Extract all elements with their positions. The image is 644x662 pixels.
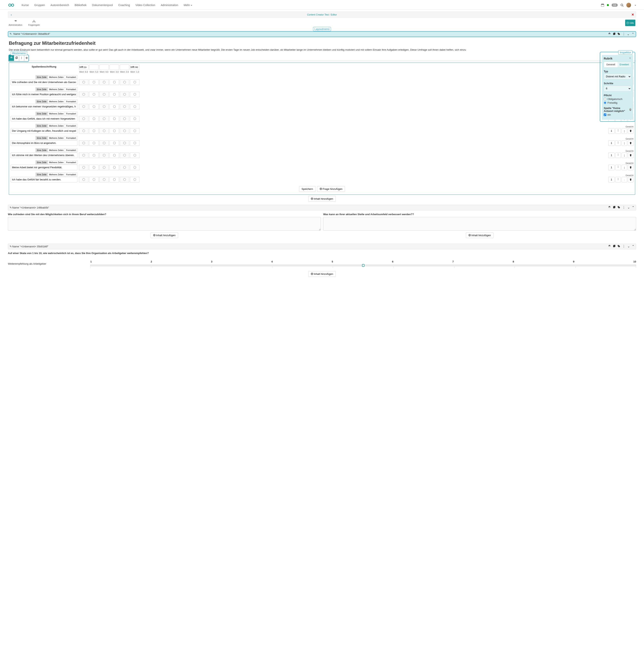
nav-item-gruppen[interactable]: Gruppen <box>31 2 48 9</box>
matrix-radio[interactable] <box>123 130 126 132</box>
mode-multi-line-button[interactable]: Mehrere Zeilen <box>48 75 65 79</box>
matrix-radio[interactable] <box>83 93 85 96</box>
matrix-radio[interactable] <box>83 166 85 169</box>
mode-formatted-button[interactable]: Formatiert <box>65 87 77 91</box>
calendar-icon[interactable] <box>601 3 604 7</box>
matrix-radio[interactable] <box>93 117 95 120</box>
matrix-radio[interactable] <box>134 130 136 132</box>
kebab-icon[interactable]: ⋮ <box>622 245 625 248</box>
matrix-radio[interactable] <box>123 154 126 157</box>
matrix-radio[interactable] <box>83 142 85 144</box>
nav-item-video collection[interactable]: Video Collection <box>133 2 158 9</box>
nav-item-coaching[interactable]: Coaching <box>116 2 133 9</box>
mode-multi-line-button[interactable]: Mehrere Zeilen <box>48 99 65 104</box>
matrix-radio[interactable] <box>134 81 136 84</box>
add-content-button-3[interactable]: Inhalt hinzufügen <box>308 271 336 277</box>
add-content-button-2a[interactable]: Inhalt hinzufügen <box>151 232 178 238</box>
row-text-input[interactable] <box>10 165 77 170</box>
matrix-radio[interactable] <box>134 105 136 108</box>
chevron-up-icon[interactable]: ⌃ <box>632 206 635 209</box>
delete-row-button[interactable] <box>628 140 634 146</box>
chevron-down-icon[interactable]: ⌄ <box>627 206 630 209</box>
matrix-radio[interactable] <box>93 105 95 108</box>
block-gear-button[interactable] <box>9 55 14 61</box>
mode-formatted-button[interactable]: Formatiert <box>65 112 77 116</box>
nav-item-administration[interactable]: Administration <box>158 2 181 9</box>
chevron-down-icon[interactable]: ⌄ <box>627 32 630 35</box>
add-question-button[interactable]: Frage hinzufügen <box>317 186 345 192</box>
matrix-radio[interactable] <box>103 178 106 181</box>
matrix-radio[interactable] <box>93 166 95 169</box>
help-icon[interactable]: ? <box>629 108 631 111</box>
slider-handle[interactable] <box>362 264 364 267</box>
matrix-radio[interactable] <box>103 93 106 96</box>
row-text-input[interactable] <box>10 177 77 182</box>
matrix-radio[interactable] <box>134 154 136 157</box>
slider-track[interactable] <box>90 265 636 266</box>
matrix-radio[interactable] <box>134 93 136 96</box>
copy-icon[interactable] <box>613 32 616 35</box>
chevron-up-icon[interactable]: ⌃ <box>631 32 635 35</box>
mode-one-line-button[interactable]: Eine Zeile <box>36 75 48 79</box>
matrix-radio[interactable] <box>103 105 106 108</box>
nav-item-bibliothek[interactable]: Bibliothek <box>72 2 89 9</box>
matrix-radio[interactable] <box>134 166 136 169</box>
row-text-input[interactable] <box>10 104 77 109</box>
matrix-radio[interactable] <box>113 93 116 96</box>
matrix-radio[interactable] <box>93 130 95 132</box>
weight-input[interactable] <box>608 140 615 146</box>
matrix-radio[interactable] <box>93 142 95 144</box>
weight-up-button[interactable]: ⌃⌃ <box>615 140 621 146</box>
pencil-icon[interactable] <box>9 32 12 35</box>
tab-advanced[interactable]: Erweitert <box>618 62 631 67</box>
tag-icon[interactable] <box>618 206 620 209</box>
mode-multi-line-button[interactable]: Mehrere Zeilen <box>48 148 65 152</box>
weight-up-button[interactable]: ⌃⌃ <box>615 128 621 134</box>
weight-up-button[interactable]: ⌃⌃ <box>615 165 621 170</box>
weight-up-button[interactable]: ⌃⌃ <box>615 177 621 182</box>
matrix-radio[interactable] <box>134 117 136 120</box>
matrix-radio[interactable] <box>83 105 85 108</box>
checkbox-ein[interactable]: ein <box>604 113 631 116</box>
row-text-input[interactable] <box>10 92 77 97</box>
matrix-radio[interactable] <box>93 154 95 157</box>
breadcrumb-link-2[interactable]: Editor <box>331 13 337 16</box>
gear-icon[interactable] <box>608 206 611 209</box>
delete-row-button[interactable] <box>628 165 634 170</box>
column-label-input[interactable] <box>120 64 129 70</box>
mode-one-line-button[interactable]: Eine Zeile <box>36 148 48 152</box>
chevron-up-icon[interactable]: ⌃ <box>632 245 635 248</box>
matrix-radio[interactable] <box>103 142 106 144</box>
typ-select[interactable]: Diskret mit Radio <box>604 74 631 79</box>
kebab-icon[interactable]: ⋮ <box>622 32 625 35</box>
mode-one-line-button[interactable]: Eine Zeile <box>36 112 48 116</box>
close-icon[interactable]: ✕ <box>631 13 634 17</box>
row-text-input[interactable] <box>10 128 77 134</box>
matrix-radio[interactable] <box>113 166 116 169</box>
schritte-select[interactable]: 6 <box>604 86 631 91</box>
add-content-button-2b[interactable]: Inhalt hinzufügen <box>466 232 493 238</box>
pencil-icon[interactable] <box>9 206 12 209</box>
inspector-close-icon[interactable]: ✕ <box>629 56 631 60</box>
matrix-radio[interactable] <box>123 178 126 181</box>
breadcrumb-link-1[interactable]: Content Creator Test <box>307 13 329 16</box>
mode-multi-line-button[interactable]: Mehrere Zeilen <box>48 136 65 140</box>
matrix-radio[interactable] <box>123 142 126 144</box>
mode-multi-line-button[interactable]: Mehrere Zeilen <box>48 160 65 164</box>
matrix-radio[interactable] <box>113 117 116 120</box>
save-button[interactable]: Speichern <box>299 186 316 192</box>
column-label-input[interactable] <box>130 64 139 70</box>
chevron-down-icon[interactable]: ⌄ <box>627 245 630 248</box>
weight-down-button[interactable]: ⌄⌄ <box>622 140 627 146</box>
mode-formatted-button[interactable]: Formatiert <box>65 148 77 152</box>
mode-formatted-button[interactable]: Formatiert <box>65 124 77 128</box>
tab-general[interactable]: Generell <box>604 62 618 67</box>
back-button[interactable]: ‹ <box>10 13 13 16</box>
column-label-input[interactable] <box>99 64 109 70</box>
matrix-radio[interactable] <box>83 178 85 181</box>
column-label-input[interactable] <box>89 64 98 70</box>
tag-icon[interactable] <box>618 32 620 35</box>
matrix-radio[interactable] <box>123 117 126 120</box>
mode-one-line-button[interactable]: Eine Zeile <box>36 87 48 91</box>
matrix-radio[interactable] <box>83 81 85 84</box>
